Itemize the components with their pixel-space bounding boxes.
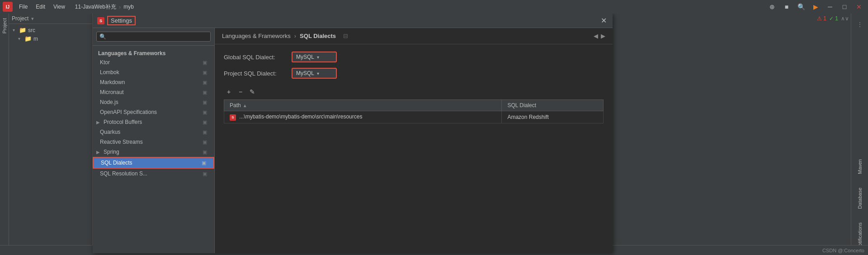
nav-arrows-status[interactable]: ∧∨ (841, 15, 849, 22)
project-sql-value: MySQL (296, 70, 314, 76)
table-cell-dialect: Amazon Redshift (502, 111, 604, 123)
nav-item-markdown[interactable]: Markdown ▣ (93, 77, 214, 87)
project-tree: ▾ 📁 src ▾ 📁 m (9, 24, 92, 255)
nav-item-sql-dialects[interactable]: SQL Dialects ▣ (93, 157, 214, 169)
settings-title: S Settings (97, 16, 136, 25)
settings-right-content: Languages & Frameworks › SQL Dialects ⊟ … (215, 28, 613, 253)
ide-logo: IJ (3, 2, 13, 12)
project-sql-dropdown[interactable]: MySQL ▾ (292, 68, 337, 79)
path-icon: S (230, 114, 236, 121)
search-btn[interactable]: 🔍 (795, 0, 807, 13)
project-sql-arrow: ▾ (317, 71, 319, 76)
global-sql-arrow: ▾ (317, 55, 319, 60)
menu-view[interactable]: View (50, 2, 69, 12)
right-side-panel: ⋮ Maven Database Notifications (851, 14, 868, 253)
breadcrumb-current: SQL Dialects (300, 33, 336, 39)
settings-search-box[interactable]: 🔍 (96, 32, 211, 42)
nav-item-quarkus[interactable]: Quarkus ▣ (93, 127, 214, 137)
forward-arrow[interactable]: ▶ (601, 33, 605, 39)
table-cell-path: S ...\mybatis-demo\mybatis-demo\src\main… (224, 111, 502, 123)
edit-row-btn[interactable]: ✎ (247, 87, 257, 97)
tree-root-label: src (28, 27, 35, 33)
tree-item-m[interactable]: ▾ 📁 m (9, 34, 92, 43)
search-icon: 🔍 (99, 33, 106, 40)
close-btn[interactable]: ✕ (853, 0, 865, 13)
table-row[interactable]: S ...\mybatis-demo\mybatis-demo\src\main… (224, 111, 604, 123)
error-indicators: ⚠ 1 ✓ 1 ∧∨ (817, 15, 849, 22)
nav-item-sql-resolution[interactable]: SQL Resolution S... ▣ (93, 169, 214, 179)
notifications-icon[interactable]: ⋮ (852, 16, 868, 33)
table-col-path: Path ▲ (224, 100, 502, 111)
settings-breadcrumb-bar: Languages & Frameworks › SQL Dialects ⊟ … (215, 28, 613, 44)
sql-dialects-table: Path ▲ SQL Dialect (224, 99, 604, 123)
database-tab[interactable]: Database (857, 188, 863, 209)
add-row-btn[interactable]: + (224, 87, 234, 97)
settings-dialog: S Settings ✕ 🔍 Languages & Frameworks (93, 14, 613, 253)
tree-item-m-label: m (33, 36, 38, 42)
project-panel: Project ▾ ▾ 📁 src ▾ 📁 m (9, 14, 93, 255)
expand-icon-protobuf: ▶ (96, 120, 102, 125)
breadcrumb-settings-icon: ⊟ (343, 33, 348, 39)
global-sql-row: Global SQL Dialect: MySQL ▾ (224, 52, 604, 62)
nav-item-reactive-streams[interactable]: Reactive Streams ▣ (93, 137, 214, 147)
nav-item-nodejs[interactable]: Node.js ▣ (93, 97, 214, 107)
nav-section-languages: Languages & Frameworks (93, 47, 214, 57)
ide-breadcrumb: 11-JavaWeb补充 › myb (75, 3, 134, 11)
folder-icon-m: 📁 (24, 35, 32, 42)
settings-nav: Languages & Frameworks Ktor ▣ Lombok ▣ M… (93, 46, 214, 253)
settings-title-icon: S (97, 17, 104, 24)
nav-item-lombok[interactable]: Lombok ▣ (93, 67, 214, 77)
sort-icon-path: ▲ (243, 103, 247, 108)
settings-search: 🔍 (93, 28, 214, 46)
right-top-icons: ⋮ (851, 14, 868, 35)
nav-item-spring[interactable]: ▶ Spring ▣ (93, 147, 214, 157)
settings-content: Global SQL Dialect: MySQL ▾ Project SQL … (215, 44, 613, 253)
settings-body: 🔍 Languages & Frameworks Ktor ▣ Lombok (93, 28, 613, 253)
stop-btn[interactable]: ■ (780, 0, 793, 13)
breadcrumb-parent: Languages & Frameworks (222, 33, 291, 39)
project-sql-row: Project SQL Dialect: MySQL ▾ (224, 68, 604, 79)
folder-icon: 📁 (19, 27, 26, 33)
tree-root[interactable]: ▾ 📁 src (9, 26, 92, 34)
project-panel-header: Project ▾ (9, 14, 92, 24)
nav-item-micronaut[interactable]: Micronaut ▣ (93, 87, 214, 97)
settings-title-text: Settings (107, 16, 136, 25)
back-arrow[interactable]: ◀ (594, 33, 598, 39)
status-text: CSDN @:Concerto (822, 248, 864, 253)
expand-arrow-m: ▾ (18, 36, 23, 41)
remove-row-btn[interactable]: − (236, 87, 245, 97)
table-col-dialect: SQL Dialect (502, 100, 604, 111)
project-sql-label: Project SQL Dialect: (224, 70, 287, 77)
run-config-btn[interactable]: ▶ (809, 0, 822, 13)
ide-menubar: IJ File Edit View 11-JavaWeb补充 › myb ⊕ ■… (0, 0, 868, 14)
ide-right-controls: ⊕ ■ 🔍 ▶ ─ □ ✕ (766, 0, 865, 13)
table-toolbar: + − ✎ (224, 84, 604, 99)
project-label: Project (12, 15, 28, 22)
nav-item-protobuf[interactable]: ▶ Protocol Buffers ▣ (93, 117, 214, 127)
ok-count: ✓ 1 (829, 15, 838, 22)
settings-left-nav: 🔍 Languages & Frameworks Ktor ▣ Lombok (93, 28, 215, 253)
minimize-btn[interactable]: ─ (824, 0, 836, 13)
global-sql-dropdown[interactable]: MySQL ▾ (292, 52, 337, 62)
maximize-btn[interactable]: □ (838, 0, 851, 13)
maven-tab[interactable]: Maven (857, 159, 863, 174)
settings-search-input[interactable] (108, 33, 208, 40)
nav-item-openapi[interactable]: OpenAPI Specifications ▣ (93, 107, 214, 117)
expand-arrow: ▾ (13, 28, 17, 33)
global-sql-label: Global SQL Dialect: (224, 54, 287, 61)
nav-item-ktor[interactable]: Ktor ▣ (93, 57, 214, 67)
reactive-streams-label: Reactive Streams (100, 139, 143, 145)
settings-close-btn[interactable]: ✕ (599, 16, 608, 25)
project-tab[interactable]: Project (1, 15, 8, 36)
search-everywhere-btn[interactable]: ⊕ (766, 0, 778, 13)
error-count: ⚠ 1 (817, 15, 826, 22)
menu-file[interactable]: File (15, 2, 31, 12)
left-vertical-tabs: Project (0, 14, 9, 255)
expand-icon-spring: ▶ (96, 150, 102, 155)
menu-edit[interactable]: Edit (32, 2, 49, 12)
global-sql-value: MySQL (296, 54, 314, 60)
nav-arrows: ◀ ▶ (594, 33, 605, 39)
settings-title-bar: S Settings ✕ (93, 14, 613, 28)
